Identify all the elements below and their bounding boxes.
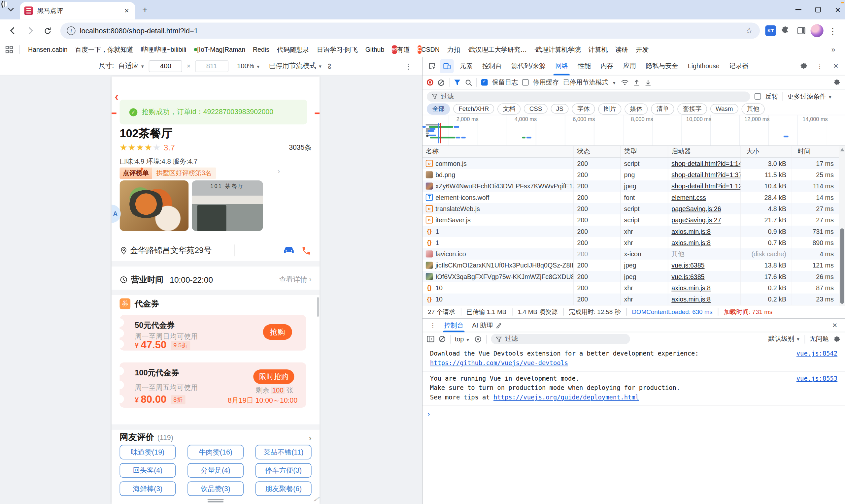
clear-network-icon[interactable] <box>438 79 445 86</box>
record-network-log-icon[interactable] <box>427 79 434 86</box>
request-initiator-link[interactable]: element.css <box>671 194 706 201</box>
request-type-chip[interactable]: 图片 <box>598 103 621 114</box>
bookmark-item[interactable]: CSDN <box>413 44 443 55</box>
console-settings-gear-icon[interactable] <box>833 335 841 343</box>
column-time[interactable]: 时间 <box>792 146 839 157</box>
request-type-chip[interactable]: 文档 <box>497 103 521 114</box>
review-count[interactable]: 3035条 <box>289 143 311 152</box>
bookmark-item[interactable]: [IoT-Mag]Raman <box>190 45 249 54</box>
request-type-chip[interactable]: Wasm <box>710 104 738 113</box>
devtools-tab[interactable]: 记录器 <box>724 57 753 75</box>
console-close-icon[interactable]: ✕ <box>828 322 842 329</box>
request-type-chip[interactable]: 媒体 <box>625 103 648 114</box>
request-type-chip[interactable]: 全部 <box>427 103 450 114</box>
request-initiator-link[interactable]: shop-detail.html?id=1:37 <box>671 171 741 178</box>
request-row[interactable]: element-icons.woff 200 font element.css … <box>423 192 845 203</box>
request-row[interactable]: jicIlsCKmOI2arxKN1Uf0Hx3PucIJH8q0QSz-Z8I… <box>423 259 845 271</box>
network-conditions-icon[interactable] <box>620 79 629 86</box>
bookmark-item[interactable]: 日语学习-阿飞 <box>313 44 362 55</box>
request-initiator-link[interactable]: axios.min.js:8 <box>671 295 711 303</box>
column-status[interactable]: 状态 <box>574 146 621 157</box>
reviews-chevron-icon[interactable]: › <box>309 433 312 442</box>
clear-console-icon[interactable] <box>439 336 446 342</box>
bookmark-item[interactable]: 力扣 <box>443 44 464 55</box>
request-row[interactable]: xZy6W4NwuRFchIOi43DVLPFsx7KWWvPqifE1JT… … <box>423 180 845 192</box>
request-initiator-link[interactable]: shop-detail.html?id=1:145 <box>671 160 741 167</box>
bookmark-item[interactable]: Redis <box>249 45 273 54</box>
invert-checkbox[interactable] <box>755 93 761 100</box>
browser-tab[interactable]: 黑马点评 ✕ <box>20 2 135 19</box>
preserve-log-checkbox[interactable] <box>481 79 488 86</box>
bookmarks-overflow-chevron[interactable]: » <box>827 46 840 53</box>
devtools-tab[interactable]: Lighthouse <box>683 57 724 75</box>
message-source-link[interactable]: vue.js:8542 <box>796 349 838 359</box>
devtools-tab[interactable]: 隐私与安全 <box>641 57 683 75</box>
request-row[interactable]: 1 200 xhr axios.min.js:8 0.9 kB 731 ms <box>423 226 845 237</box>
extensions-puzzle-icon[interactable] <box>778 24 792 38</box>
car-icon[interactable] <box>283 246 295 255</box>
console-sidebar-icon[interactable] <box>427 336 434 342</box>
storefront-photo[interactable]: 101 茶餐厅 <box>192 180 263 231</box>
search-icon[interactable] <box>465 79 472 86</box>
issues-counter[interactable]: 无问题 <box>809 335 829 344</box>
device-toolbar-menu-icon[interactable]: ⋮ <box>405 62 412 70</box>
side-panel-icon[interactable] <box>794 24 808 38</box>
request-initiator-link[interactable]: pageSaving.js:26 <box>671 205 721 212</box>
review-tag-button[interactable]: 回头客(4) <box>120 463 176 478</box>
bookmark-item[interactable]: 计算机 <box>584 44 612 55</box>
devtools-tab[interactable]: 内存 <box>596 57 619 75</box>
devtools-close-icon[interactable]: ✕ <box>829 59 843 73</box>
forward-icon[interactable] <box>23 23 38 38</box>
request-row[interactable]: common.js 200 script shop-detail.html?id… <box>423 158 845 169</box>
request-type-chip[interactable]: 套接字 <box>677 103 707 114</box>
device-mode-select[interactable]: 自适应 ▼ <box>118 61 145 71</box>
request-initiator-link[interactable]: axios.min.js:8 <box>671 239 711 246</box>
tab-ai-assistant[interactable]: AI 助理 <box>468 319 506 332</box>
window-close-button[interactable]: ✕ <box>835 6 841 13</box>
site-info-icon[interactable]: i <box>67 26 75 35</box>
request-row[interactable]: favicon.ico 200 x-icon 其他 (disk cache) 4… <box>423 248 845 259</box>
minimize-button[interactable] <box>795 9 802 10</box>
zoom-select[interactable]: 100% ▼ <box>237 62 261 70</box>
review-tag-button[interactable]: 味道赞(19) <box>120 445 176 460</box>
disable-cache-checkbox[interactable] <box>522 79 529 86</box>
column-name[interactable]: 名称 <box>423 146 574 157</box>
column-type[interactable]: 类型 <box>621 146 668 157</box>
bookmark-item[interactable]: 开发 <box>632 44 653 55</box>
throttle-select[interactable]: 已停用节流模式 ▼ <box>269 61 322 71</box>
back-icon[interactable] <box>5 23 20 38</box>
request-type-chip[interactable]: Fetch/XHR <box>453 104 494 113</box>
device-height-input[interactable]: 811 <box>195 60 228 72</box>
maximize-button[interactable] <box>815 7 821 12</box>
devtools-menu-icon[interactable]: ⋮ <box>813 59 827 73</box>
network-settings-gear-icon[interactable] <box>833 78 841 86</box>
devtools-tab[interactable]: 应用 <box>618 57 641 75</box>
import-har-icon[interactable] <box>633 79 640 86</box>
bookmark-item[interactable]: Github <box>362 45 388 54</box>
address-bar[interactable]: i localhost:8080/shop-detail.html?id=1 ☆ <box>60 23 760 39</box>
devtools-tab[interactable]: 控制台 <box>478 57 507 75</box>
request-row[interactable]: itemSaver.js 200 script pageSaving.js:27… <box>423 214 845 226</box>
more-filters-select[interactable]: 更多过滤条件 ▼ <box>787 92 832 101</box>
message-link[interactable]: https://vuejs.org/guide/deployment.html <box>493 394 639 401</box>
bookmark-item[interactable]: 武汉理工大学研究… <box>464 44 530 55</box>
grab-coupon-button[interactable]: 抢购 <box>263 324 292 340</box>
console-prompt-chevron[interactable]: › <box>423 406 845 418</box>
console-filter-input[interactable]: 过滤 <box>491 334 630 344</box>
message-source-link[interactable]: vue.js:8553 <box>796 374 838 384</box>
request-type-chip[interactable]: 字体 <box>572 103 595 114</box>
live-expression-eye-icon[interactable] <box>474 335 482 343</box>
hours-details-link[interactable]: 查看详情 › <box>279 275 312 284</box>
devtools-tab[interactable]: 网络 <box>550 57 573 75</box>
request-row[interactable]: 10 200 xhr axios.min.js:8 0.2 kB 23 ms <box>423 293 845 305</box>
food-photo[interactable] <box>120 180 189 231</box>
bookmark-item[interactable]: 代码随想录 <box>273 44 313 55</box>
review-tag-button[interactable]: 停车方便(3) <box>256 463 312 478</box>
tab-close-icon[interactable]: ✕ <box>122 6 131 15</box>
column-size[interactable]: 大小 <box>741 146 792 157</box>
bookmark-item[interactable]: 武理计算机学院 <box>531 44 584 55</box>
review-tag-button[interactable]: 海鲜棒(3) <box>120 482 176 496</box>
bookmark-item[interactable]: 读研 <box>612 44 632 55</box>
request-initiator-link[interactable]: pageSaving.js:27 <box>671 216 721 224</box>
context-select[interactable]: top ▼ <box>455 335 470 343</box>
